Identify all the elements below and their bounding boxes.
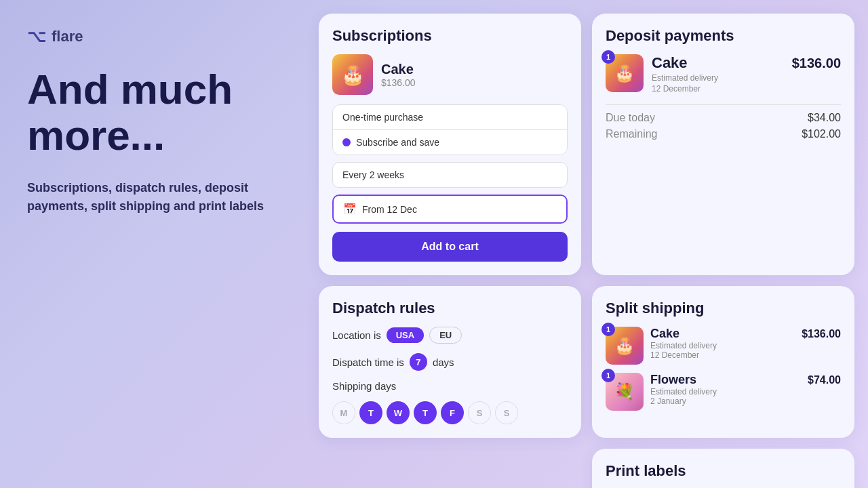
due-today-label: Due today: [606, 112, 655, 124]
split-shipping-title: Split shipping: [606, 300, 841, 317]
date-field[interactable]: 📅 From 12 Dec: [332, 195, 568, 224]
subscribe-label: Subscribe and save: [356, 137, 439, 148]
cake-emoji: 🎂: [341, 64, 365, 86]
split-cake-info: Cake $136.00 Estimated delivery 12 Decem…: [650, 327, 841, 360]
eu-tag[interactable]: EU: [429, 327, 462, 344]
logo-icon: ⌥: [27, 27, 46, 46]
subscriptions-product-price: $136.00: [381, 77, 416, 88]
deposit-name-price: Cake $136.00: [652, 54, 841, 72]
subscriptions-product-info: Cake $136.00: [381, 62, 416, 88]
split-cake-date: 12 December: [650, 350, 841, 360]
subscriptions-card: Subscriptions 🎂 Cake $136.00 One-time pu…: [319, 14, 581, 275]
deposit-product-price: $136.00: [792, 56, 841, 71]
subscriptions-product-row: 🎂 Cake $136.00: [332, 54, 568, 95]
left-panel: ⌥ flare And much more... Subscriptions, …: [0, 0, 312, 488]
deposit-delivery-date: 12 December: [652, 84, 841, 94]
location-label: Location is: [332, 329, 381, 341]
dispatch-time-row: Dispatch time is 7 days: [332, 353, 568, 371]
split-cake-name-price: Cake $136.00: [650, 327, 841, 341]
split-flowers-date: 2 January: [650, 396, 841, 406]
frequency-select[interactable]: Every 2 weeks: [332, 162, 568, 188]
subscribe-option[interactable]: Subscribe and save: [333, 130, 567, 155]
split-cake-name: Cake: [650, 327, 679, 341]
dispatch-time-label: Dispatch time is: [332, 357, 404, 368]
dispatch-card: Dispatch rules Location is USA EU Dispat…: [319, 286, 581, 438]
deposit-title: Deposit payments: [606, 27, 841, 45]
day-T1[interactable]: T: [359, 401, 382, 424]
split-cake-delivery: Estimated delivery: [650, 341, 841, 350]
shipping-days-label-row: Shipping days: [332, 380, 568, 392]
remaining-row: Remaining $102.00: [606, 128, 841, 140]
subscriptions-product-name: Cake: [381, 62, 416, 77]
split-flowers-image: 1 💐: [606, 373, 644, 411]
day-S1[interactable]: S: [468, 401, 491, 424]
due-today-row: Due today $34.00: [606, 112, 841, 124]
split-flowers-name: Flowers: [650, 373, 696, 387]
days-row: M T W T F S S: [332, 401, 568, 424]
radio-dot: [342, 138, 351, 146]
print-labels-title: Print labels: [606, 462, 841, 480]
date-value: From 12 Dec: [362, 204, 417, 215]
deposit-product-name: Cake: [652, 54, 688, 72]
subscriptions-title: Subscriptions: [332, 27, 568, 45]
subscriptions-product-image: 🎂: [332, 54, 373, 95]
split-cake-price: $136.00: [802, 328, 841, 340]
split-cake-badge: 1: [601, 323, 615, 336]
right-panel: Subscriptions 🎂 Cake $136.00 One-time pu…: [312, 0, 868, 488]
split-flowers-name-price: Flowers $74.00: [650, 373, 841, 387]
day-T2[interactable]: T: [414, 401, 437, 424]
location-row: Location is USA EU: [332, 327, 568, 344]
split-flowers-delivery: Estimated delivery: [650, 387, 841, 396]
split-item-cake: 1 🎂 Cake $136.00 Estimated delivery 12 D…: [606, 327, 841, 365]
headline: And much more...: [27, 66, 285, 159]
day-F[interactable]: F: [441, 401, 464, 424]
split-flowers-emoji: 💐: [614, 382, 635, 401]
usa-tag[interactable]: USA: [387, 327, 424, 343]
logo: ⌥ flare: [27, 27, 285, 46]
deposit-product-row: 1 🎂 Cake $136.00 Estimated delivery 12 D…: [606, 54, 841, 94]
day-M[interactable]: M: [332, 401, 355, 424]
day-W[interactable]: W: [387, 401, 410, 424]
deposit-product-info: Cake $136.00 Estimated delivery 12 Decem…: [652, 54, 841, 94]
split-cake-emoji: 🎂: [614, 336, 635, 355]
dispatch-days-badge: 7: [410, 353, 427, 371]
deposit-cake-emoji: 🎂: [614, 64, 635, 83]
remaining-label: Remaining: [606, 128, 657, 140]
split-shipping-card: Split shipping 1 🎂 Cake $136.00 Estimate…: [592, 286, 854, 438]
deposit-card: Deposit payments 1 🎂 Cake $136.00 Estima…: [592, 14, 854, 275]
logo-name: flare: [52, 28, 83, 45]
due-today-value: $34.00: [808, 112, 841, 124]
add-to-cart-button[interactable]: Add to cart: [332, 232, 568, 262]
deposit-amounts: Due today $34.00 Remaining $102.00: [606, 104, 841, 140]
split-cake-image: 1 🎂: [606, 327, 644, 365]
subtext: Subscriptions, dispatch rules, deposit p…: [27, 179, 285, 216]
one-time-label: One-time purchase: [342, 112, 423, 123]
shipping-days-label: Shipping days: [332, 380, 396, 392]
split-flowers-badge: 1: [601, 369, 615, 382]
deposit-badge: 1: [601, 50, 615, 64]
dispatch-days-suffix: days: [433, 357, 454, 368]
purchase-option-group: One-time purchase Subscribe and save: [332, 104, 568, 155]
deposit-delivery-label: Estimated delivery: [652, 73, 841, 83]
dispatch-title: Dispatch rules: [332, 300, 568, 317]
one-time-option[interactable]: One-time purchase: [333, 105, 567, 130]
calendar-icon: 📅: [343, 203, 357, 216]
remaining-value: $102.00: [802, 128, 841, 140]
split-flowers-price: $74.00: [808, 374, 841, 386]
split-flowers-info: Flowers $74.00 Estimated delivery 2 Janu…: [650, 373, 841, 406]
deposit-product-image: 1 🎂: [606, 54, 644, 92]
print-labels-card: Print labels Location: USA Dispatch date…: [592, 449, 854, 488]
day-S2[interactable]: S: [495, 401, 518, 424]
split-item-flowers: 1 💐 Flowers $74.00 Estimated delivery 2 …: [606, 373, 841, 411]
